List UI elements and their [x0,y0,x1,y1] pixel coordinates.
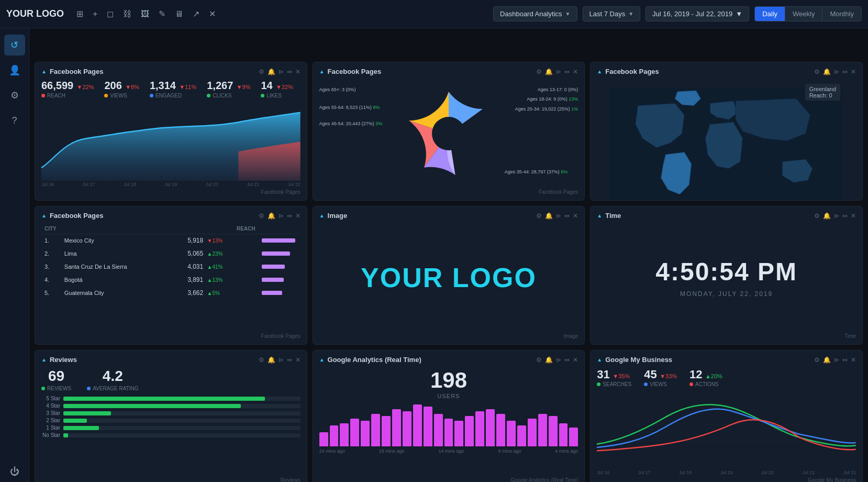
widget-title-9: Google My Business [605,356,672,364]
widget-bell-icon-4[interactable]: 🔔 [268,212,275,220]
widget-gear-icon-2[interactable]: ⚙ [536,68,542,75]
sidebar-item-power[interactable]: ⏻ [4,461,25,482]
widget-image: ▲ Image ⚙ 🔔 ⊳ ⇔ ✕ YOUR LOGO Image [313,206,585,345]
widget-expand-icon-5[interactable]: ⇔ [564,212,570,220]
table-row: 3. Santa Cruz De La Sierra 4,031 ▲41% [41,260,301,273]
widget-title-6: Time [605,212,621,220]
rt-bar-item [392,409,401,446]
gmb-line-svg [597,391,856,457]
widget-close-icon-9[interactable]: ✕ [851,356,856,364]
widget-gear-icon-5[interactable]: ⚙ [536,212,542,220]
area-chart-container-1 [41,103,301,181]
widget-expand-icon-1[interactable]: ⇔ [287,68,292,75]
widget-gear-icon-9[interactable]: ⚙ [814,356,820,364]
widget-header-7: ▲ Reviews ⚙ 🔔 ⊳ ⇔ ✕ [41,356,301,364]
widget-expand-icon-9[interactable]: ⇔ [842,356,848,364]
stat-engaged: 1,314 ▼11% ENGAGED [150,80,196,98]
avg-rating-value: 4.2 [87,368,138,385]
widget-expand-icon-7[interactable]: ⇔ [287,356,292,364]
widget-close-icon-5[interactable]: ✕ [573,212,578,220]
sidebar-item-user[interactable]: 👤 [4,60,25,81]
widget-title-3: Facebook Pages [605,68,659,75]
widget-facebook-pie: ▲ Facebook Pages ⚙ 🔔 ⊳ ⇔ ✕ [313,62,585,201]
widget-footer-8: Google Analytics (Real Time) [319,475,578,482]
widget-pin-icon-1[interactable]: ⊳ [279,68,284,75]
widget-gear-icon-8[interactable]: ⚙ [536,356,542,364]
sidebar-item-help[interactable]: ? [4,110,25,131]
widget-close-icon-4[interactable]: ✕ [295,212,301,220]
widget-pin-icon-5[interactable]: ⊳ [556,212,561,220]
widget-bell-icon-5[interactable]: 🔔 [545,212,553,220]
link-icon[interactable]: ⛓ [121,7,133,21]
rt-bar-item [569,428,578,446]
widget-close-icon-2[interactable]: ✕ [573,68,578,75]
widget-expand-icon-8[interactable]: ⇔ [564,356,570,364]
widget-pin-icon-8[interactable]: ⊳ [556,356,561,364]
period-monthly-button[interactable]: Monthly [822,7,861,21]
widget-close-icon-3[interactable]: ✕ [851,68,856,75]
widget-pin-icon-4[interactable]: ⊳ [279,212,284,220]
gmb-views: 45 ▼33% VIEWS [644,368,677,387]
city-rank: 3. [41,260,61,273]
rt-bar-item [454,421,463,446]
widget-expand-icon-3[interactable]: ⇔ [842,68,848,75]
widget-close-icon-6[interactable]: ✕ [851,212,856,220]
widget-gear-icon-4[interactable]: ⚙ [259,212,264,220]
rt-bar-item [528,419,537,446]
table-row: 2. Lima 5,065 ▲23% [41,247,301,260]
star-bars: 5 Star 4 Star 3 Star 2 Star 1 Star No St… [41,396,301,475]
plus-icon[interactable]: + [91,7,99,21]
monitor-icon[interactable]: ◻ [105,7,116,21]
widget-bell-icon-8[interactable]: 🔔 [545,356,553,364]
widget-expand-icon-4[interactable]: ⇔ [287,212,292,220]
widget-gear-icon-6[interactable]: ⚙ [814,212,820,220]
city-rank: 5. [41,287,61,300]
widget-gear-icon-7[interactable]: ⚙ [259,356,264,364]
widget-close-icon-1[interactable]: ✕ [295,68,301,75]
logo: YOUR LOGO [6,8,64,19]
widget-header-5: ▲ Image ⚙ 🔔 ⊳ ⇔ ✕ [319,212,578,220]
widget-bell-icon-3[interactable]: 🔔 [823,68,831,75]
widget-gear-icon-1[interactable]: ⚙ [259,68,264,75]
widget-bell-icon-7[interactable]: 🔔 [268,356,275,364]
widget-pin-icon-3[interactable]: ⊳ [834,68,839,75]
share-icon[interactable]: ↗ [191,7,202,21]
widget-expand-icon-6[interactable]: ⇔ [842,212,848,220]
star-row-5: 5 Star [41,396,301,401]
date-range-dropdown[interactable]: Last 7 Days ▼ [583,6,641,21]
city-reach: 3,662 ▲5% [184,287,259,300]
period-daily-button[interactable]: Daily [755,7,785,21]
dashboard-dropdown[interactable]: Dashboard Analytics ▼ [493,6,577,21]
widget-pin-icon-2[interactable]: ⊳ [556,68,561,75]
widget-pin-icon-7[interactable]: ⊳ [279,356,284,364]
widget-bell-icon-6[interactable]: 🔔 [823,212,831,220]
nav-close-icon[interactable]: ✕ [207,7,218,21]
widget-expand-icon-2[interactable]: ⇔ [564,68,570,75]
widget-gear-icon-3[interactable]: ⚙ [814,68,820,75]
sidebar-item-refresh[interactable]: ↺ [4,35,25,56]
table-row: 5. Guatemala City 3,662 ▲5% [41,287,301,300]
widget-bell-icon-1[interactable]: 🔔 [268,68,275,75]
edit-icon[interactable]: ✎ [157,7,168,21]
widget-bell-icon-2[interactable]: 🔔 [545,68,553,75]
period-weekly-button[interactable]: Weekly [785,7,822,21]
grid-icon[interactable]: ⊞ [74,7,85,21]
rt-bar-item [444,419,453,446]
widget-bell-icon-9[interactable]: 🔔 [823,356,831,364]
gmb-line-chart [597,391,856,469]
city-rank: 2. [41,247,61,260]
desktop-icon[interactable]: 🖥 [173,7,185,21]
sidebar-item-settings[interactable]: ⚙ [4,85,25,106]
image-icon[interactable]: 🖼 [139,7,151,21]
star-row-3: 3 Star [41,410,301,416]
date-range-picker[interactable]: Jul 16, 2019 - Jul 22, 2019 ▼ [646,6,749,21]
widget-pin-icon-9[interactable]: ⊳ [834,356,839,364]
widget-facebook-table: ▲ Facebook Pages ⚙ 🔔 ⊳ ⇔ ✕ CITY REACH [35,206,307,345]
widget-close-icon-7[interactable]: ✕ [295,356,301,364]
rt-bar-item [538,414,547,446]
rt-bars [319,404,578,446]
sidebar: ↺ 👤 ⚙ ? ⏻ [0,28,29,482]
widget-header-6: ▲ Time ⚙ 🔔 ⊳ ⇔ ✕ [597,212,856,220]
widget-pin-icon-6[interactable]: ⊳ [834,212,839,220]
widget-close-icon-8[interactable]: ✕ [573,356,578,364]
